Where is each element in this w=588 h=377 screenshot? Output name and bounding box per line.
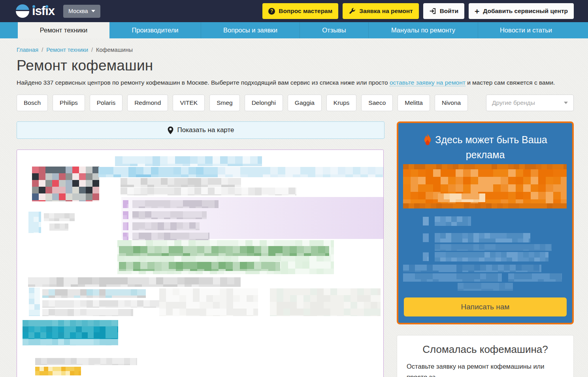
- city-label: Москва: [68, 8, 88, 14]
- flame-icon: [423, 134, 432, 148]
- map-button-label: Показать на карте: [177, 126, 234, 134]
- brand-button-nivona[interactable]: Nivona: [435, 95, 468, 111]
- logo-char: sf: [35, 4, 45, 18]
- logo[interactable]: ısfıx: [16, 4, 55, 18]
- tab-repair[interactable]: Ремонт техники: [18, 22, 109, 38]
- logo-icon: [16, 4, 29, 18]
- navbar-actions: ? Вопрос мастерам Заявка на ремонт Войти…: [262, 3, 574, 19]
- leave-request-link[interactable]: оставьте заявку на ремонт: [390, 79, 466, 86]
- repair-request-button[interactable]: Заявка на ремонт: [343, 3, 418, 19]
- button-label: Войти: [440, 8, 458, 15]
- advert-title-line2: реклама: [466, 149, 505, 160]
- brand-filter-row: Bosch Philips Polaris Redmond VITEK Smeg…: [17, 95, 574, 111]
- button-label: Заявка на ремонт: [359, 8, 413, 15]
- breadcrumb-separator: /: [41, 47, 43, 53]
- logo-char: ı: [45, 4, 48, 18]
- brand-button-gaggia[interactable]: Gaggia: [288, 95, 322, 111]
- logo-text: ısfıx: [32, 4, 55, 18]
- redacted-listing-content: [17, 150, 383, 377]
- logo-char: ı: [32, 4, 35, 18]
- brand-button-vitek[interactable]: VITEK: [173, 95, 205, 111]
- brand-button-krups[interactable]: Krups: [326, 95, 357, 111]
- wrench-icon: [349, 8, 356, 15]
- right-sidebar: Здесь может быть Ваша реклама Написать н…: [397, 121, 574, 377]
- map-pin-icon: [167, 126, 174, 135]
- other-brands-dropdown[interactable]: Другие бренды: [486, 95, 574, 111]
- breadcrumb-separator: /: [91, 47, 93, 53]
- tab-news[interactable]: Новости и статьи: [478, 22, 574, 38]
- tabbar-spacer: [0, 22, 18, 38]
- advert-block[interactable]: Здесь может быть Ваша реклама Написать н…: [397, 121, 574, 324]
- brand-button-philips[interactable]: Philips: [53, 95, 85, 111]
- left-column: Показать на карте: [17, 121, 384, 377]
- tab-manuals[interactable]: Мануалы по ремонту: [368, 22, 478, 38]
- brand-button-polaris[interactable]: Polaris: [90, 95, 122, 111]
- write-to-us-button[interactable]: Написать нам: [404, 297, 567, 316]
- intro-before: Найдено 337 сервисных центров по ремонту…: [17, 79, 390, 86]
- chevron-down-icon: [91, 10, 95, 12]
- breadcrumb-current: Кофемашины: [96, 47, 133, 53]
- content-columns: Показать на карте Здесь может быть Ваша …: [17, 121, 574, 377]
- brand-button-melitta[interactable]: Melitta: [398, 95, 430, 111]
- button-label: Добавить сервисный центр: [483, 8, 568, 15]
- service-listing-card[interactable]: [17, 150, 384, 377]
- intro-text: Найдено 337 сервисных центров по ремонту…: [17, 79, 574, 86]
- page-container: Главная / Ремонт техники / Кофемашины Ре…: [0, 38, 588, 377]
- logo-char: x: [48, 4, 55, 18]
- dropdown-placeholder: Другие бренды: [492, 99, 535, 106]
- breadcrumb-repair[interactable]: Ремонт техники: [46, 47, 88, 53]
- breadcrumb-home[interactable]: Главная: [17, 47, 38, 53]
- login-button[interactable]: Войти: [423, 3, 464, 19]
- advert-title: Здесь может быть Ваша реклама: [398, 133, 572, 161]
- advert-title-line1: Здесь может быть Ваша: [435, 134, 547, 145]
- add-service-center-button[interactable]: + Добавить сервисный центр: [469, 3, 574, 19]
- brand-button-delonghi[interactable]: Delonghi: [245, 95, 283, 111]
- brand-button-saeco[interactable]: Saeco: [361, 95, 393, 111]
- broken-coffeemachine-card: Сломалась кофемашина? Оставьте заявку на…: [397, 335, 574, 377]
- login-icon: [429, 8, 436, 15]
- button-label: Вопрос мастерам: [279, 8, 332, 15]
- city-selector[interactable]: Москва: [63, 5, 100, 18]
- top-navbar: ısfıx Москва ? Вопрос мастерам Заявка на…: [0, 0, 588, 22]
- ask-masters-button[interactable]: ? Вопрос мастерам: [262, 3, 338, 19]
- tabbar-spacer: [574, 22, 588, 38]
- tab-manufacturers[interactable]: Производители: [109, 22, 201, 38]
- question-card-line: Оставьте заявку на ремонт кофемашины или…: [407, 361, 564, 377]
- tab-reviews[interactable]: Отзывы: [300, 22, 368, 38]
- tab-questions[interactable]: Вопросы и заявки: [201, 22, 300, 38]
- chevron-down-icon: [564, 102, 568, 104]
- brand-button-bosch[interactable]: Bosch: [17, 95, 48, 111]
- question-card-title: Сломалась кофемашина?: [407, 343, 564, 356]
- question-icon: ?: [268, 8, 275, 15]
- main-tabbar: Ремонт техники Производители Вопросы и з…: [0, 22, 588, 38]
- show-on-map-button[interactable]: Показать на карте: [17, 121, 384, 139]
- page-title: Ремонт кофемашин: [17, 57, 574, 74]
- brand-button-smeg[interactable]: Smeg: [209, 95, 240, 111]
- intro-after: и мастер сам свяжется с вами.: [466, 79, 555, 86]
- question-card-text: Оставьте заявку на ремонт кофемашины или…: [407, 361, 564, 377]
- plus-icon: +: [475, 7, 479, 15]
- breadcrumb: Главная / Ремонт техники / Кофемашины: [17, 47, 574, 53]
- brand-button-redmond[interactable]: Redmond: [127, 95, 168, 111]
